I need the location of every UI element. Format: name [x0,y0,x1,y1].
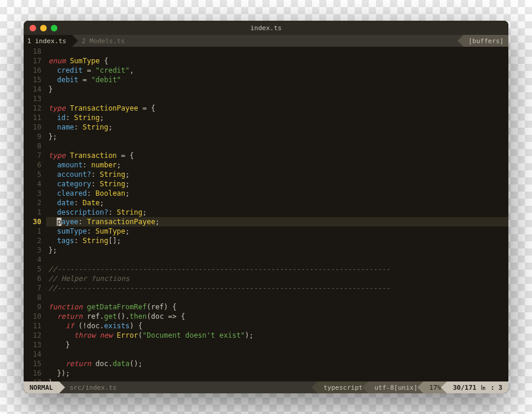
vim-mode: NORMAL [24,381,59,393]
editor-window: index.ts 1 index.ts 2 Models.ts [buffers… [24,21,508,393]
file-path: src/index.ts [59,384,116,392]
window-title: index.ts [24,24,508,32]
editor-area[interactable]: 1817161514131211109876543213012345678910… [24,47,508,381]
line-gutter: 1817161514131211109876543213012345678910… [24,47,46,381]
tab-active[interactable]: 1 index.ts [24,35,72,47]
tab-inactive[interactable]: 2 Models.ts [72,35,131,47]
cursor-position: 30/171 ㏑ : 3 [447,381,508,393]
titlebar[interactable]: index.ts [24,21,508,35]
tab-label: Models.ts [89,37,125,45]
filetype: typescript [317,381,368,393]
tab-num: 1 [27,37,31,45]
status-line: NORMAL src/index.ts typescript utf-8[uni… [24,381,508,393]
encoding: utf-8[unix] [368,381,423,393]
status-right: typescript utf-8[unix] 17% 30/171 ㏑ : 3 [317,381,508,393]
tab-bar: 1 index.ts 2 Models.ts [buffers] [24,35,508,47]
tab-label: index.ts [35,37,66,45]
buffers-badge[interactable]: [buffers] [463,35,508,47]
code-content[interactable]: enum SumType { credit = "credit", debit … [46,47,508,381]
tab-num: 2 [82,37,86,45]
